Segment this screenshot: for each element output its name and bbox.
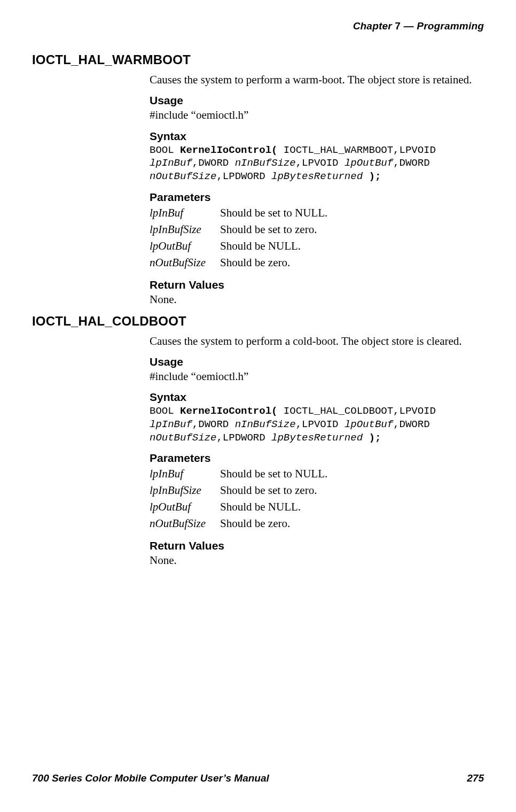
manual-title: 700 Series Color Mobile Computer User’s … [32,772,269,784]
param-desc: Should be set to zero. [220,482,327,499]
table-row: lpInBuf Should be set to NULL. [150,466,327,482]
code-text: BOOL [150,144,180,156]
chapter-title: Programming [417,20,484,32]
code-italic: lpOutBuf [345,419,393,430]
param-name: lpInBuf [150,205,220,221]
code-italic: nOutBufSize [150,171,216,182]
chapter-label: Chapter [353,20,392,32]
code-italic: nInBufSize [235,157,296,169]
usage-heading: Usage [150,94,482,107]
header-dash: — [404,20,414,32]
param-name: lpOutBuf [150,238,220,254]
param-name: lpInBufSize [150,221,220,238]
code-bold: ); [369,171,381,182]
chapter-number: 7 [395,20,401,32]
return-heading: Return Values [150,279,482,291]
syntax-code: BOOL KernelIoControl( IOCTL_HAL_COLDBOOT… [150,405,482,444]
code-text: ,DWORD [393,157,429,169]
code-italic: nInBufSize [235,419,296,430]
param-desc: Should be zero. [220,515,327,532]
section-content: Causes the system to perform a cold-boot… [150,334,482,568]
usage-text: #include “oemioctl.h” [150,108,482,122]
code-text: ,LPDWORD [216,171,271,182]
code-text: IOCTL_HAL_COLDBOOT,LPVOID [277,405,435,417]
code-italic: lpInBuf [150,157,192,169]
code-text: ,LPVOID [296,157,345,169]
param-name: lpInBuf [150,466,220,482]
table-row: nOutBufSize Should be zero. [150,254,327,271]
code-italic: lpOutBuf [345,157,393,169]
code-text: ,DWORD [192,157,235,169]
parameters-heading: Parameters [150,452,482,465]
table-row: lpInBuf Should be set to NULL. [150,205,327,221]
table-row: nOutBufSize Should be zero. [150,515,327,532]
table-row: lpOutBuf Should be NULL. [150,499,327,515]
code-italic: nOutBufSize [150,432,216,444]
code-italic: lpBytesReturned [271,432,363,444]
usage-text: #include “oemioctl.h” [150,369,482,383]
return-text: None. [150,292,482,306]
running-footer: 700 Series Color Mobile Computer User’s … [32,772,484,784]
code-text: ,LPVOID [296,419,345,430]
parameters-table: lpInBuf Should be set to NULL. lpInBufSi… [150,466,327,532]
code-text [363,171,369,182]
param-desc: Should be set to zero. [220,221,327,238]
parameters-table: lpInBuf Should be set to NULL. lpInBufSi… [150,205,327,271]
param-desc: Should be NULL. [220,238,327,254]
section-title: IOCTL_HAL_COLDBOOT [32,314,484,329]
return-heading: Return Values [150,539,482,552]
code-bold: KernelIoControl( [180,144,277,156]
return-text: None. [150,553,482,567]
code-text [363,432,369,444]
syntax-code: BOOL KernelIoControl( IOCTL_HAL_WARMBOOT… [150,144,482,183]
code-text: ,DWORD [393,419,429,430]
section-description: Causes the system to perform a warm-boot… [150,73,482,87]
code-bold: ); [369,432,381,444]
section-description: Causes the system to perform a cold-boot… [150,334,482,348]
param-name: nOutBufSize [150,515,220,532]
code-italic: lpBytesReturned [271,171,363,182]
param-name: lpInBufSize [150,482,220,499]
usage-heading: Usage [150,355,482,368]
table-row: lpInBufSize Should be set to zero. [150,482,327,499]
param-name: lpOutBuf [150,499,220,515]
syntax-heading: Syntax [150,391,482,404]
table-row: lpInBufSize Should be set to zero. [150,221,327,238]
code-text: ,DWORD [192,419,235,430]
param-desc: Should be zero. [220,254,327,271]
section-title: IOCTL_HAL_WARMBOOT [32,52,484,67]
parameters-heading: Parameters [150,191,482,204]
code-text: ,LPDWORD [216,432,271,444]
syntax-heading: Syntax [150,130,482,143]
param-desc: Should be set to NULL. [220,466,327,482]
param-desc: Should be set to NULL. [220,205,327,221]
param-desc: Should be NULL. [220,499,327,515]
table-row: lpOutBuf Should be NULL. [150,238,327,254]
page: Chapter 7 — Programming IOCTL_HAL_WARMBO… [0,0,516,812]
page-number: 275 [467,772,484,784]
code-bold: KernelIoControl( [180,405,277,417]
running-header: Chapter 7 — Programming [32,20,484,32]
section-content: Causes the system to perform a warm-boot… [150,73,482,306]
code-text: BOOL [150,405,180,417]
param-name: nOutBufSize [150,254,220,271]
code-italic: lpInBuf [150,419,192,430]
code-text: IOCTL_HAL_WARMBOOT,LPVOID [277,144,435,156]
